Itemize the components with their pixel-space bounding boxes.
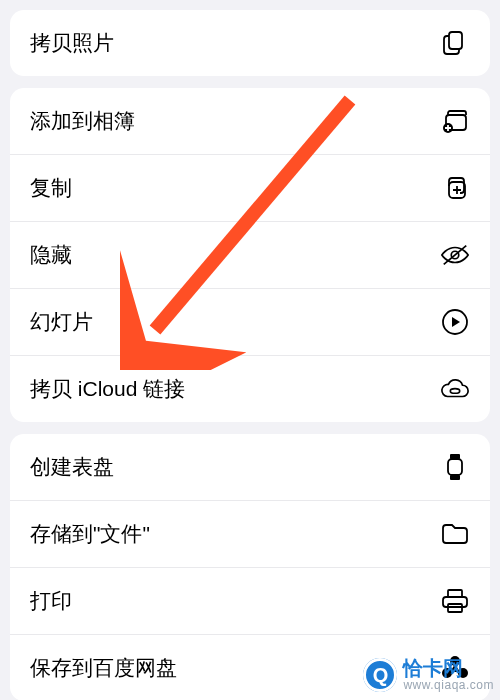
share-sheet: 拷贝照片 添加到相簿 复制 [0, 0, 500, 700]
folder-icon [440, 519, 470, 549]
row-label: 拷贝照片 [30, 29, 440, 57]
printer-icon [440, 586, 470, 616]
svg-rect-0 [449, 32, 462, 49]
row-copy-icloud-link[interactable]: 拷贝 iCloud 链接 [10, 355, 490, 422]
svg-line-5 [444, 246, 467, 265]
copy-doc-icon [440, 28, 470, 58]
svg-rect-12 [448, 590, 462, 597]
svg-point-7 [450, 389, 459, 394]
row-label: 隐藏 [30, 241, 440, 269]
play-circle-icon [440, 307, 470, 337]
row-label: 幻灯片 [30, 308, 440, 336]
watermark: Q 恰卡网 www.qiaqa.com [363, 658, 494, 692]
watermark-logo-icon: Q [363, 658, 397, 692]
row-label: 创建表盘 [30, 453, 440, 481]
row-label: 拷贝 iCloud 链接 [30, 375, 440, 403]
svg-rect-9 [450, 454, 460, 459]
row-add-to-album[interactable]: 添加到相簿 [10, 88, 490, 154]
row-create-watch-face[interactable]: 创建表盘 [10, 434, 490, 500]
action-group-0: 拷贝照片 [10, 10, 490, 76]
row-label: 打印 [30, 587, 440, 615]
album-add-icon [440, 106, 470, 136]
watch-icon [440, 452, 470, 482]
watermark-domain: www.qiaqa.com [403, 679, 494, 692]
row-slideshow[interactable]: 幻灯片 [10, 288, 490, 355]
cloud-link-icon [440, 374, 470, 404]
row-print[interactable]: 打印 [10, 567, 490, 634]
svg-rect-13 [448, 604, 462, 612]
eye-off-icon [440, 240, 470, 270]
row-label: 添加到相簿 [30, 107, 440, 135]
svg-rect-11 [443, 597, 467, 607]
row-copy-photo[interactable]: 拷贝照片 [10, 10, 490, 76]
duplicate-icon [440, 173, 470, 203]
row-save-to-files[interactable]: 存储到"文件" [10, 500, 490, 567]
row-duplicate[interactable]: 复制 [10, 154, 490, 221]
svg-rect-10 [450, 475, 460, 480]
action-group-1: 添加到相簿 复制 隐藏 [10, 88, 490, 422]
watermark-text: 恰卡网 www.qiaqa.com [403, 658, 494, 692]
svg-rect-8 [448, 459, 462, 475]
row-label: 复制 [30, 174, 440, 202]
row-hide[interactable]: 隐藏 [10, 221, 490, 288]
watermark-brand: 恰卡网 [403, 658, 494, 679]
row-label: 存储到"文件" [30, 520, 440, 548]
